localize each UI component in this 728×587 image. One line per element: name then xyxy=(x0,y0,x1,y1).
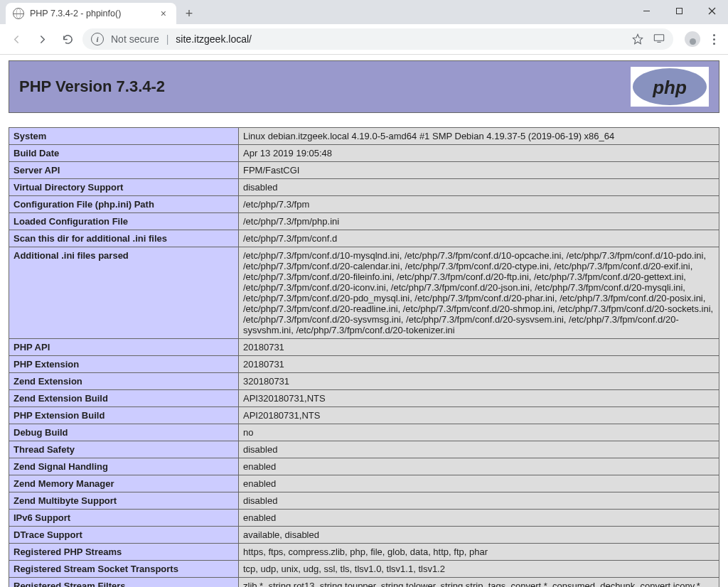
table-row: Zend Multibyte Supportdisabled xyxy=(9,492,719,510)
setting-name: Additional .ini files parsed xyxy=(9,247,239,339)
table-row: Scan this dir for additional .ini files/… xyxy=(9,230,719,247)
setting-name: Scan this dir for additional .ini files xyxy=(9,230,239,247)
setting-name: PHP API xyxy=(9,339,239,356)
table-row: IPv6 Supportenabled xyxy=(9,510,719,527)
window-titlebar: PHP 7.3.4-2 - phpinfo() × + xyxy=(0,0,728,24)
setting-name: Virtual Directory Support xyxy=(9,179,239,196)
window-maximize-button[interactable] xyxy=(663,0,695,21)
setting-name: Debug Build xyxy=(9,424,239,441)
setting-value: FPM/FastCGI xyxy=(239,162,719,179)
table-row: SystemLinux debian.itzgeek.local 4.19.0-… xyxy=(9,128,719,145)
setting-value: /etc/php/7.3/fpm/conf.d xyxy=(239,230,719,247)
browser-toolbar: i Not secure | site.itzgeek.local/ xyxy=(0,24,728,55)
globe-icon xyxy=(13,8,24,19)
svg-text:php: php xyxy=(652,77,687,98)
setting-name: Configuration File (php.ini) Path xyxy=(9,196,239,213)
setting-value: disabled xyxy=(239,441,719,458)
table-row: Registered Stream Socket Transportstcp, … xyxy=(9,561,719,578)
phpinfo-page: PHP Version 7.3.4-2 php SystemLinux debi… xyxy=(0,55,728,587)
setting-value: /etc/php/7.3/fpm/php.ini xyxy=(239,213,719,230)
table-row: Server APIFPM/FastCGI xyxy=(9,162,719,179)
setting-value: API320180731,NTS xyxy=(239,390,719,407)
setting-name: Thread Safety xyxy=(9,441,239,458)
table-row: Debug Buildno xyxy=(9,424,719,441)
security-status: Not secure xyxy=(111,33,159,45)
omnibox[interactable]: i Not secure | site.itzgeek.local/ xyxy=(82,28,673,50)
setting-name: Zend Extension xyxy=(9,373,239,390)
setting-name: Loaded Configuration File xyxy=(9,213,239,230)
setting-value: /etc/php/7.3/fpm xyxy=(239,196,719,213)
table-row: Registered Stream Filterszlib.*, string.… xyxy=(9,578,719,588)
reload-button[interactable] xyxy=(57,28,78,50)
php-logo: php xyxy=(631,67,709,107)
table-row: PHP Extension20180731 xyxy=(9,356,719,373)
table-row: Zend Memory Managerenabled xyxy=(9,475,719,492)
setting-value: disabled xyxy=(239,179,719,196)
setting-value: Apr 13 2019 19:05:48 xyxy=(239,145,719,162)
window-minimize-button[interactable] xyxy=(630,0,663,21)
svg-rect-5 xyxy=(654,34,663,41)
site-info-icon[interactable]: i xyxy=(91,33,104,45)
setting-value: enabled xyxy=(239,510,719,527)
back-button[interactable] xyxy=(6,28,27,50)
setting-value: available, disabled xyxy=(239,527,719,544)
setting-name: DTrace Support xyxy=(9,527,239,544)
setting-name: Registered PHP Streams xyxy=(9,544,239,561)
tab-title: PHP 7.3.4-2 - phpinfo() xyxy=(30,9,152,18)
setting-name: IPv6 Support xyxy=(9,510,239,527)
table-row: Virtual Directory Supportdisabled xyxy=(9,179,719,196)
setting-name: Zend Extension Build xyxy=(9,390,239,407)
setting-value: tcp, udp, unix, udg, ssl, tls, tlsv1.0, … xyxy=(239,561,719,578)
table-row: Thread Safetydisabled xyxy=(9,441,719,458)
page-viewport[interactable]: PHP Version 7.3.4-2 php SystemLinux debi… xyxy=(0,55,728,587)
setting-name: Build Date xyxy=(9,145,239,162)
table-row: PHP API20180731 xyxy=(9,339,719,356)
phpinfo-header: PHP Version 7.3.4-2 php xyxy=(9,60,719,113)
setting-value: no xyxy=(239,424,719,441)
table-row: Build DateApr 13 2019 19:05:48 xyxy=(9,145,719,162)
setting-name: PHP Extension xyxy=(9,356,239,373)
omnibox-divider: | xyxy=(166,33,169,45)
table-row: Registered PHP Streamshttps, ftps, compr… xyxy=(9,544,719,561)
table-row: DTrace Supportavailable, disabled xyxy=(9,527,719,544)
profile-avatar[interactable] xyxy=(685,31,700,47)
setting-name: Registered Stream Filters xyxy=(9,578,239,588)
setting-value: disabled xyxy=(239,492,719,510)
setting-name: System xyxy=(9,128,239,145)
browser-tab-active[interactable]: PHP 7.3.4-2 - phpinfo() × xyxy=(6,3,176,24)
setting-value: Linux debian.itzgeek.local 4.19.0-5-amd6… xyxy=(239,128,719,145)
table-row: PHP Extension BuildAPI20180731,NTS xyxy=(9,407,719,424)
close-tab-icon[interactable]: × xyxy=(158,7,169,20)
setting-value: API20180731,NTS xyxy=(239,407,719,424)
forward-button[interactable] xyxy=(31,28,53,50)
table-row: Zend Extension320180731 xyxy=(9,373,719,390)
menu-button[interactable] xyxy=(710,31,718,48)
setting-value: enabled xyxy=(239,475,719,492)
setting-name: Zend Signal Handling xyxy=(9,458,239,475)
table-row: Zend Extension BuildAPI320180731,NTS xyxy=(9,390,719,407)
table-row: Loaded Configuration File/etc/php/7.3/fp… xyxy=(9,213,719,230)
setting-value: https, ftps, compress.zlib, php, file, g… xyxy=(239,544,719,561)
php-version-heading: PHP Version 7.3.4-2 xyxy=(19,77,165,96)
setting-value: 320180731 xyxy=(239,373,719,390)
setting-value: 20180731 xyxy=(239,339,719,356)
setting-name: Registered Stream Socket Transports xyxy=(9,561,239,578)
setting-value: zlib.*, string.rot13, string.toupper, st… xyxy=(239,578,719,588)
table-row: Configuration File (php.ini) Path/etc/ph… xyxy=(9,196,719,213)
cast-icon[interactable] xyxy=(653,33,665,45)
url-text: site.itzgeek.local/ xyxy=(176,33,252,45)
svg-rect-1 xyxy=(676,8,682,14)
setting-value: /etc/php/7.3/fpm/conf.d/10-mysqlnd.ini, … xyxy=(239,247,719,339)
setting-name: Zend Memory Manager xyxy=(9,475,239,492)
phpinfo-table: SystemLinux debian.itzgeek.local 4.19.0-… xyxy=(9,127,719,587)
new-tab-button[interactable]: + xyxy=(179,4,199,23)
setting-name: PHP Extension Build xyxy=(9,407,239,424)
bookmark-star-icon[interactable] xyxy=(632,33,643,45)
table-row: Zend Signal Handlingenabled xyxy=(9,458,719,475)
setting-name: Server API xyxy=(9,162,239,179)
table-row: Additional .ini files parsed/etc/php/7.3… xyxy=(9,247,719,339)
window-close-button[interactable] xyxy=(695,0,728,21)
setting-value: enabled xyxy=(239,458,719,475)
setting-value: 20180731 xyxy=(239,356,719,373)
svg-marker-4 xyxy=(633,34,642,43)
